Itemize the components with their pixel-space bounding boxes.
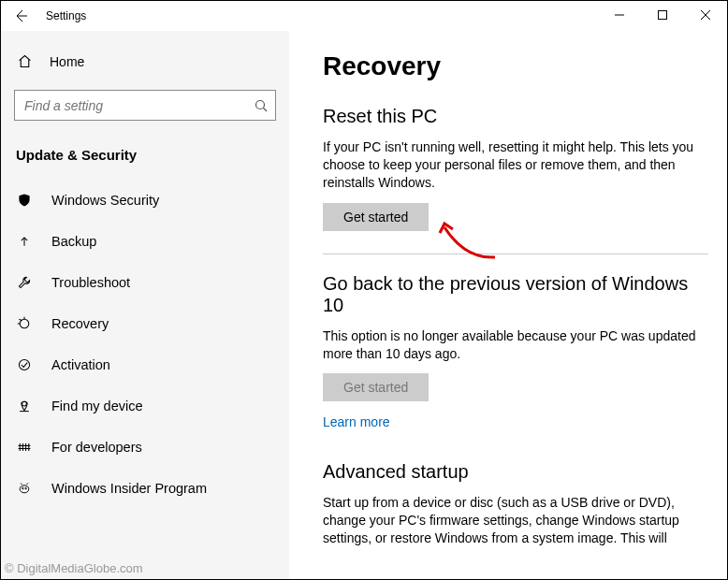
learn-more-link[interactable]: Learn more — [323, 414, 390, 429]
sidebar-home-label: Home — [50, 54, 84, 69]
svg-point-10 — [22, 487, 24, 489]
close-button[interactable] — [684, 1, 727, 29]
minimize-button[interactable] — [598, 1, 641, 29]
search-input[interactable] — [14, 90, 276, 121]
titlebar: Settings — [1, 1, 727, 31]
sidebar-category: Update & Security — [1, 141, 289, 180]
svg-rect-1 — [659, 11, 667, 20]
back-icon[interactable] — [12, 7, 29, 24]
advanced-body: Start up from a device or disc (such as … — [323, 494, 708, 547]
svg-point-4 — [256, 100, 265, 109]
sidebar-item-label: For developers — [51, 440, 142, 455]
backup-icon — [16, 233, 33, 250]
main-content: Recovery Reset this PC If your PC isn't … — [289, 31, 727, 579]
window-title: Settings — [46, 9, 86, 22]
location-icon — [16, 398, 33, 414]
sidebar-item-label: Find my device — [51, 399, 143, 413]
watermark: © DigitalMediaGlobe.com — [5, 561, 143, 575]
sidebar-item-label: Recovery — [51, 316, 109, 331]
page-title: Recovery — [323, 51, 708, 81]
svg-line-5 — [264, 108, 268, 111]
goback-get-started-button: Get started — [323, 373, 429, 401]
section-advanced-startup: Advanced startup Start up from a device … — [323, 461, 708, 547]
sidebar: Home Update & Security Windows Security … — [1, 31, 289, 579]
sidebar-item-recovery[interactable]: Recovery — [1, 303, 289, 344]
section-go-back: Go back to the previous version of Windo… — [323, 273, 708, 430]
section-reset-pc: Reset this PC If your PC isn't running w… — [323, 106, 708, 231]
search-icon — [254, 98, 269, 113]
developer-icon — [16, 439, 33, 456]
sidebar-item-label: Troubleshoot — [51, 275, 130, 290]
search-container — [14, 90, 276, 121]
recovery-icon — [16, 315, 33, 332]
reset-get-started-button[interactable]: Get started — [323, 203, 429, 231]
goback-body: This option is no longer available becau… — [323, 327, 708, 363]
goback-heading: Go back to the previous version of Windo… — [323, 273, 708, 316]
maximize-button[interactable] — [641, 1, 684, 29]
svg-point-7 — [19, 359, 29, 370]
sidebar-item-label: Activation — [51, 357, 110, 372]
svg-point-9 — [20, 486, 29, 493]
reset-heading: Reset this PC — [323, 106, 708, 127]
shield-icon — [16, 192, 33, 209]
sidebar-item-label: Backup — [51, 234, 96, 249]
check-circle-icon — [16, 356, 33, 373]
sidebar-item-find-my-device[interactable]: Find my device — [1, 385, 289, 427]
section-divider — [323, 254, 708, 254]
svg-point-11 — [25, 487, 27, 489]
wrench-icon — [16, 274, 33, 291]
sidebar-item-label: Windows Insider Program — [51, 481, 207, 496]
sidebar-item-troubleshoot[interactable]: Troubleshoot — [1, 262, 289, 303]
sidebar-item-label: Windows Security — [51, 193, 159, 208]
reset-body: If your PC isn't running well, resetting… — [323, 138, 708, 192]
sidebar-item-backup[interactable]: Backup — [1, 221, 289, 262]
sidebar-item-windows-insider[interactable]: Windows Insider Program — [1, 468, 289, 509]
sidebar-item-for-developers[interactable]: For developers — [1, 427, 289, 468]
insider-icon — [16, 480, 33, 497]
sidebar-home[interactable]: Home — [1, 42, 289, 80]
home-icon — [16, 53, 33, 69]
advanced-heading: Advanced startup — [323, 461, 708, 483]
sidebar-item-activation[interactable]: Activation — [1, 344, 289, 385]
sidebar-item-windows-security[interactable]: Windows Security — [1, 180, 289, 221]
